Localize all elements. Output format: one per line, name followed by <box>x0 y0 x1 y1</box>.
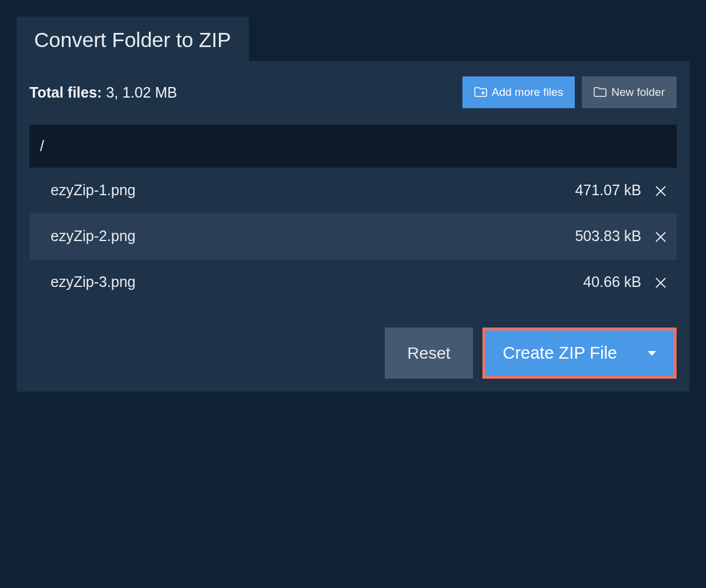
tab-convert-folder[interactable]: Convert Folder to ZIP <box>16 16 249 61</box>
reset-label: Reset <box>407 344 450 363</box>
app-container: Convert Folder to ZIP Total files: 3, 1.… <box>0 0 706 408</box>
toolbar: Total files: 3, 1.02 MB Add more files <box>29 76 677 108</box>
file-row: ezyZip-1.png 471.07 kB <box>29 168 677 213</box>
breadcrumb[interactable]: / <box>29 125 677 168</box>
tab-title: Convert Folder to ZIP <box>34 28 231 51</box>
toolbar-buttons: Add more files New folder <box>462 76 677 108</box>
file-row-right: 40.66 kB <box>583 273 667 290</box>
total-files-value: 3, 1.02 MB <box>106 84 177 101</box>
add-more-files-label: Add more files <box>492 86 563 99</box>
file-list: ezyZip-1.png 471.07 kB ezyZip-2.png 503.… <box>29 168 677 305</box>
remove-file-icon[interactable] <box>654 276 667 289</box>
new-folder-button[interactable]: New folder <box>582 76 677 108</box>
total-files-label: Total files: <box>29 84 102 101</box>
file-row: ezyZip-3.png 40.66 kB <box>29 259 677 305</box>
breadcrumb-path: / <box>40 138 44 154</box>
create-zip-highlight: Create ZIP File <box>482 328 677 379</box>
new-folder-label: New folder <box>611 86 665 99</box>
create-zip-label: Create ZIP File <box>503 343 617 363</box>
remove-file-icon[interactable] <box>654 230 667 243</box>
file-size: 40.66 kB <box>583 273 641 290</box>
file-row-right: 471.07 kB <box>575 182 667 199</box>
file-size: 471.07 kB <box>575 182 641 199</box>
file-size: 503.83 kB <box>575 228 641 245</box>
caret-down-icon <box>648 351 656 356</box>
reset-button[interactable]: Reset <box>385 328 472 379</box>
add-more-files-button[interactable]: Add more files <box>462 76 575 108</box>
main-panel: Total files: 3, 1.02 MB Add more files <box>16 61 690 392</box>
file-row-right: 503.83 kB <box>575 228 667 245</box>
file-row: ezyZip-2.png 503.83 kB <box>29 213 677 259</box>
file-name: ezyZip-2.png <box>51 228 136 245</box>
footer-actions: Reset Create ZIP File <box>29 328 677 379</box>
folder-plus-icon <box>474 87 487 98</box>
folder-icon <box>594 87 607 98</box>
total-files-summary: Total files: 3, 1.02 MB <box>29 84 177 101</box>
file-name: ezyZip-1.png <box>51 182 136 199</box>
create-zip-button[interactable]: Create ZIP File <box>485 330 674 376</box>
file-name: ezyZip-3.png <box>51 273 136 290</box>
remove-file-icon[interactable] <box>654 184 667 197</box>
